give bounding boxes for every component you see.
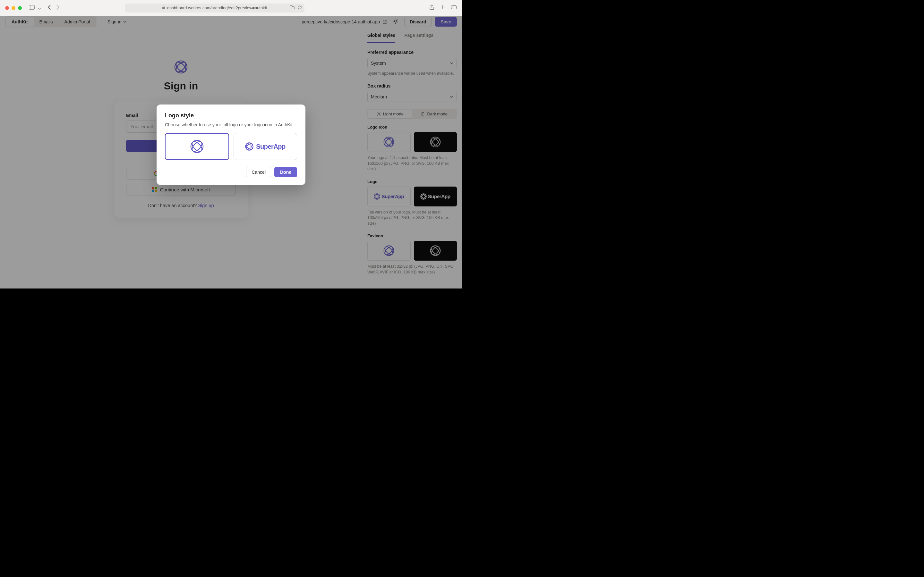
chevron-down-icon[interactable] [38,5,41,11]
reload-icon[interactable] [297,5,302,11]
tabs-icon[interactable] [451,5,457,11]
full-logo-brand-name: SuperApp [256,143,286,150]
back-button[interactable] [47,5,51,11]
forward-button[interactable] [56,5,60,11]
modal-title: Logo style [165,112,297,119]
fullscreen-window-button[interactable] [18,6,22,10]
modal-scrim[interactable]: Logo style Choose whether to use your fu… [0,16,462,288]
traffic-lights [5,6,22,10]
logo-style-modal: Logo style Choose whether to use your fu… [157,105,305,185]
brand-logo-icon [245,142,254,151]
svg-rect-2 [162,7,165,9]
url-bar[interactable]: dashboard.workos.com/branding/edit?previ… [125,3,304,13]
svg-rect-5 [452,5,456,9]
svg-rect-0 [29,5,35,9]
logo-style-full[interactable]: SuperApp [234,133,297,160]
browser-chrome: dashboard.workos.com/branding/edit?previ… [0,0,462,16]
browser-controls [29,5,41,11]
share-icon[interactable] [429,5,435,11]
done-button[interactable]: Done [274,167,297,177]
modal-description: Choose whether to use your full logo or … [165,122,297,127]
minimize-window-button[interactable] [11,6,15,10]
sidebar-icon[interactable] [29,5,35,11]
close-window-button[interactable] [5,6,9,10]
translate-icon[interactable] [290,5,295,11]
cancel-button[interactable]: Cancel [246,167,271,177]
lock-icon [162,5,165,10]
svg-rect-4 [292,7,294,9]
brand-logo-icon [190,140,204,153]
new-tab-icon[interactable] [440,5,445,11]
svg-point-51 [190,140,204,153]
url-text: dashboard.workos.com/branding/edit?previ… [167,5,267,10]
svg-point-50 [190,140,204,153]
logo-style-icon-only[interactable] [165,133,229,160]
